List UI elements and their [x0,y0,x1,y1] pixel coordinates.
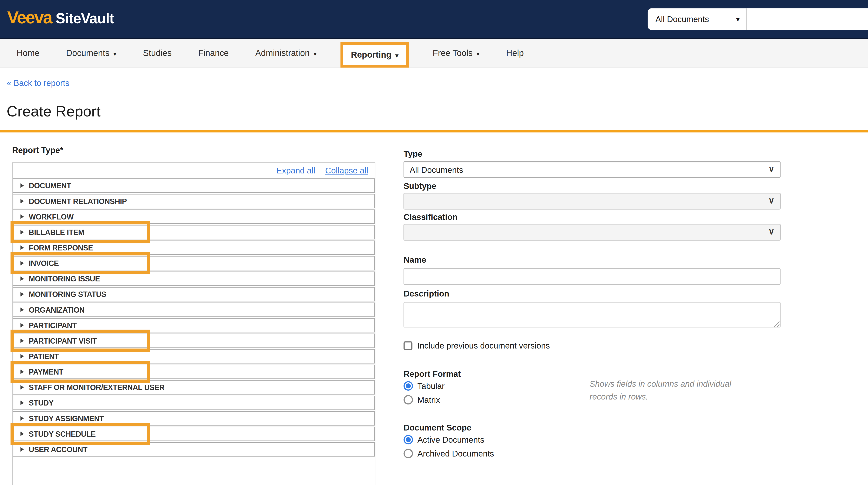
subtype-select[interactable]: ∨ [403,193,780,209]
type-select[interactable]: All Documents ∨ [403,161,780,178]
report-type-row-label: PARTICIPANT VISIT [29,337,97,345]
report-type-row-patient[interactable]: PATIENT [13,349,375,364]
report-type-row-label: PATIENT [29,352,59,360]
triangle-right-icon [21,261,24,265]
app-header: Veeva SiteVault All Documents ▾ [0,0,868,39]
triangle-right-icon [21,308,24,312]
nav-item-label: Studies [143,48,172,58]
include-versions-row[interactable]: Include previous document versions [403,341,550,350]
orange-divider [0,130,868,133]
veeva-sitevault-logo[interactable]: Veeva SiteVault [7,8,114,28]
search-scope-value: All Documents [655,15,733,24]
expand-all-link[interactable]: Expand all [276,165,315,175]
caret-down-icon: ▾ [313,49,317,57]
triangle-right-icon [21,292,24,296]
report-type-row-study-assignment[interactable]: STUDY ASSIGNMENT [13,411,375,426]
report-format-option-tabular[interactable]: Tabular [403,381,444,391]
nav-item-finance[interactable]: Finance [198,48,229,58]
chevron-down-icon: ∨ [768,164,774,174]
report-type-row-label: BILLABLE ITEM [29,228,84,236]
triangle-right-icon [21,230,24,234]
triangle-right-icon [21,323,24,327]
triangle-right-icon [21,277,24,281]
include-versions-checkbox[interactable] [403,341,412,350]
matrix-radio[interactable] [403,395,413,404]
report-type-row-label: STUDY ASSIGNMENT [29,414,104,423]
nav-item-help[interactable]: Help [506,48,524,58]
report-type-row-study[interactable]: STUDY [13,396,375,410]
report-type-row-organization[interactable]: ORGANIZATION [13,303,375,317]
document-scope-option-archived[interactable]: Archived Documents [403,449,494,458]
archived-documents-label: Archived Documents [417,449,494,458]
tabular-label: Tabular [417,381,444,391]
report-type-row-label: FORM RESPONSE [29,244,93,252]
nav-item-documents[interactable]: Documents▾ [66,48,116,58]
report-type-row-participant-visit[interactable]: PARTICIPANT VISIT [13,334,375,348]
report-type-row-document-relationship[interactable]: DOCUMENT RELATIONSHIP [13,194,375,208]
archived-documents-radio[interactable] [403,449,413,458]
report-type-row-workflow[interactable]: WORKFLOW [13,209,375,224]
triangle-right-icon [21,385,24,390]
nav-item-administration[interactable]: Administration▾ [255,48,317,58]
report-type-row-payment[interactable]: PAYMENT [13,365,375,379]
sitevault-logo-text: SiteVault [56,10,114,27]
report-type-row-label: WORKFLOW [29,212,74,221]
classification-select[interactable]: ∨ [403,224,780,240]
nav-item-label: Reporting [351,50,391,60]
report-type-row-label: INVOICE [29,259,59,267]
report-type-row-label: MONITORING ISSUE [29,275,100,283]
veeva-logo-text: Veeva [7,8,52,28]
type-label: Type [403,149,422,159]
document-scope-label: Document Scope [403,423,471,432]
nav-item-label: Administration [255,48,310,58]
page-title: Create Report [7,103,100,120]
search-scope-dropdown[interactable]: All Documents ▾ [648,8,747,30]
active-documents-radio[interactable] [403,435,413,445]
type-select-value: All Documents [410,165,463,174]
report-type-row-invoice[interactable]: INVOICE [13,256,375,270]
collapse-all-link[interactable]: Collapse all [325,165,368,175]
triangle-right-icon [21,183,24,188]
name-label: Name [403,255,426,264]
tabular-radio[interactable] [403,381,413,391]
report-type-row-label: ORGANIZATION [29,306,85,314]
report-format-note: Shows fields in columns and individual r… [590,377,756,403]
description-textarea[interactable] [403,302,780,327]
nav-item-free-tools[interactable]: Free Tools▾ [433,48,479,58]
triangle-right-icon [21,354,24,359]
triangle-right-icon [21,246,24,250]
report-type-row-label: USER ACCOUNT [29,445,88,453]
textarea-resize-grip[interactable] [773,321,779,327]
caret-down-icon: ▾ [736,15,740,23]
report-type-panel: Expand all Collapse all DOCUMENTDOCUMENT… [12,162,375,485]
matrix-label: Matrix [417,395,440,404]
report-type-row-label: PARTICIPANT [29,321,77,329]
document-scope-option-active[interactable]: Active Documents [403,435,484,445]
report-type-row-monitoring-status[interactable]: MONITORING STATUS [13,287,375,302]
back-to-reports-link[interactable]: « Back to reports [7,78,69,88]
nav-item-label: Home [17,48,40,58]
triangle-right-icon [21,432,24,436]
report-type-row-document[interactable]: DOCUMENT [13,178,375,193]
name-input[interactable] [403,268,780,285]
report-type-row-participant[interactable]: PARTICIPANT [13,318,375,333]
report-type-row-form-response[interactable]: FORM RESPONSE [13,240,375,255]
report-type-row-monitoring-issue[interactable]: MONITORING ISSUE [13,272,375,286]
global-search-input[interactable] [747,8,868,30]
nav-item-studies[interactable]: Studies [143,48,172,58]
nav-item-home[interactable]: Home [17,48,40,58]
report-type-row-billable-item[interactable]: BILLABLE ITEM [13,225,375,239]
triangle-right-icon [21,416,24,420]
nav-item-reporting[interactable]: Reporting▾ [340,42,409,67]
report-type-row-study-schedule[interactable]: STUDY SCHEDULE [13,427,375,441]
report-type-row-user-account[interactable]: USER ACCOUNT [13,442,375,457]
description-label: Description [403,289,449,298]
nav-item-label: Free Tools [433,48,472,58]
triangle-right-icon [21,401,24,405]
report-type-row-label: DOCUMENT [29,181,71,190]
report-type-row-label: PAYMENT [29,368,63,376]
report-type-row-label: STAFF OR MONITOR/EXTERNAL USER [29,383,165,392]
report-format-option-matrix[interactable]: Matrix [403,395,440,404]
report-type-row-staff-or-monitor-external-user[interactable]: STAFF OR MONITOR/EXTERNAL USER [13,380,375,395]
report-type-label: Report Type* [12,145,63,155]
